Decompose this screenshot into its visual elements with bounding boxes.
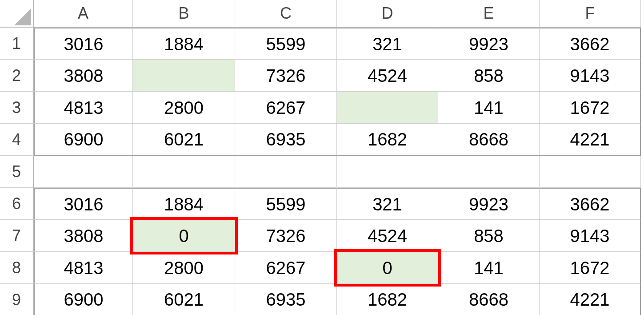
cell-D8[interactable]: 0 bbox=[337, 252, 438, 284]
cell-C3[interactable]: 6267 bbox=[235, 92, 337, 124]
cell-C2[interactable]: 7326 bbox=[235, 60, 337, 92]
cell-D3[interactable] bbox=[337, 92, 438, 124]
cell-A2[interactable]: 3808 bbox=[34, 60, 133, 92]
cell-F6[interactable]: 3662 bbox=[540, 188, 641, 220]
cell-E1[interactable]: 9923 bbox=[438, 28, 540, 60]
cell-A1[interactable]: 3016 bbox=[34, 28, 133, 60]
cell-B4[interactable]: 6021 bbox=[133, 124, 235, 156]
cell-F2[interactable]: 9143 bbox=[540, 60, 641, 92]
cell-F7[interactable]: 9143 bbox=[540, 220, 641, 252]
cell-C1[interactable]: 5599 bbox=[235, 28, 337, 60]
row-header-1[interactable]: 1 bbox=[0, 28, 34, 60]
row-header-8[interactable]: 8 bbox=[0, 252, 34, 284]
cell-D4[interactable]: 1682 bbox=[337, 124, 438, 156]
cell-C9[interactable]: 6935 bbox=[235, 284, 337, 315]
cell-F5[interactable] bbox=[540, 156, 641, 188]
column-header-A[interactable]: A bbox=[34, 0, 133, 28]
cell-B2[interactable] bbox=[133, 60, 235, 92]
row-header-7[interactable]: 7 bbox=[0, 220, 34, 252]
cell-E5[interactable] bbox=[438, 156, 540, 188]
cell-B1[interactable]: 1884 bbox=[133, 28, 235, 60]
row-header-9[interactable]: 9 bbox=[0, 284, 34, 315]
row-header-3[interactable]: 3 bbox=[0, 92, 34, 124]
cell-A3[interactable]: 4813 bbox=[34, 92, 133, 124]
cell-A6[interactable]: 3016 bbox=[34, 188, 133, 220]
row-header-2[interactable]: 2 bbox=[0, 60, 34, 92]
cell-E7[interactable]: 858 bbox=[438, 220, 540, 252]
cell-C5[interactable] bbox=[235, 156, 337, 188]
cell-C8[interactable]: 6267 bbox=[235, 252, 337, 284]
cell-D9[interactable]: 1682 bbox=[337, 284, 438, 315]
cell-B5[interactable] bbox=[133, 156, 235, 188]
cell-B8[interactable]: 2800 bbox=[133, 252, 235, 284]
cell-E9[interactable]: 8668 bbox=[438, 284, 540, 315]
cell-A5[interactable] bbox=[34, 156, 133, 188]
column-header-C[interactable]: C bbox=[235, 0, 337, 28]
cell-D5[interactable] bbox=[337, 156, 438, 188]
row-header-5[interactable]: 5 bbox=[0, 156, 34, 188]
cell-A9[interactable]: 6900 bbox=[34, 284, 133, 315]
column-header-E[interactable]: E bbox=[438, 0, 540, 28]
cell-F1[interactable]: 3662 bbox=[540, 28, 641, 60]
cell-B9[interactable]: 6021 bbox=[133, 284, 235, 315]
cell-B7[interactable]: 0 bbox=[133, 220, 235, 252]
column-header-D[interactable]: D bbox=[337, 0, 438, 28]
svg-marker-0 bbox=[14, 8, 31, 25]
cell-F8[interactable]: 1672 bbox=[540, 252, 641, 284]
cell-A4[interactable]: 6900 bbox=[34, 124, 133, 156]
select-all-triangle-icon bbox=[14, 8, 31, 25]
select-all-corner[interactable] bbox=[0, 0, 34, 28]
cell-F3[interactable]: 1672 bbox=[540, 92, 641, 124]
cell-E6[interactable]: 9923 bbox=[438, 188, 540, 220]
cell-C4[interactable]: 6935 bbox=[235, 124, 337, 156]
cell-D1[interactable]: 321 bbox=[337, 28, 438, 60]
cell-E3[interactable]: 141 bbox=[438, 92, 540, 124]
cell-C7[interactable]: 7326 bbox=[235, 220, 337, 252]
row-header-4[interactable]: 4 bbox=[0, 124, 34, 156]
cell-D7[interactable]: 4524 bbox=[337, 220, 438, 252]
cell-B3[interactable]: 2800 bbox=[133, 92, 235, 124]
cell-B6[interactable]: 1884 bbox=[133, 188, 235, 220]
cell-E8[interactable]: 141 bbox=[438, 252, 540, 284]
cell-E4[interactable]: 8668 bbox=[438, 124, 540, 156]
cell-A7[interactable]: 3808 bbox=[34, 220, 133, 252]
cell-F4[interactable]: 4221 bbox=[540, 124, 641, 156]
cell-C6[interactable]: 5599 bbox=[235, 188, 337, 220]
cell-D6[interactable]: 321 bbox=[337, 188, 438, 220]
row-header-6[interactable]: 6 bbox=[0, 188, 34, 220]
column-header-B[interactable]: B bbox=[133, 0, 235, 28]
cell-D2[interactable]: 4524 bbox=[337, 60, 438, 92]
cell-A8[interactable]: 4813 bbox=[34, 252, 133, 284]
spreadsheet[interactable]: ABCDEF1234567893016188455993219923366238… bbox=[0, 0, 644, 315]
cell-E2[interactable]: 858 bbox=[438, 60, 540, 92]
column-header-F[interactable]: F bbox=[540, 0, 641, 28]
cell-F9[interactable]: 4221 bbox=[540, 284, 641, 315]
